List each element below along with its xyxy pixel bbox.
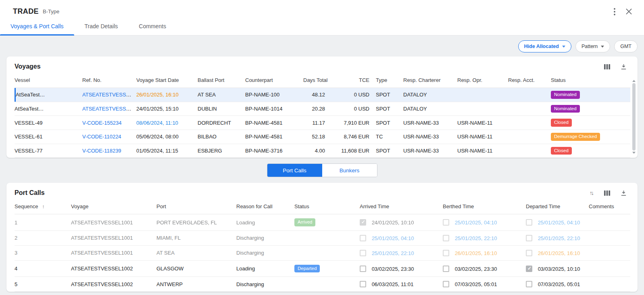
berthed-time-cell[interactable]: 07/03/2025, 05:01 (443, 277, 526, 292)
arrived-time-cell[interactable]: 03/02/2025, 23:30 (360, 260, 443, 277)
berthed-checkbox[interactable] (443, 235, 449, 241)
port-call-row[interactable]: 5 ATSEATESTVESSEL1002 ANTWERP Dischargin… (15, 277, 630, 292)
ref-no-link[interactable]: ATSEATESTVESSEL1002 (82, 92, 136, 98)
arrived-time-cell[interactable]: 24/01/2025, 10:10 (360, 214, 443, 231)
departed-checkbox[interactable] (526, 219, 532, 226)
port-call-row[interactable]: 3 ATSEATESTVESSEL1001 AT SEA Discharging… (15, 245, 630, 260)
arrived-time-cell[interactable]: 06/03/2025, 11:01 (360, 277, 443, 292)
tab-trade-details[interactable]: Trade Details (74, 22, 129, 35)
arrived-time[interactable]: 25/01/2025, 22:10 (372, 250, 414, 256)
departed-checkbox[interactable] (526, 250, 532, 256)
berthed-time[interactable]: 07/03/2025, 05:01 (455, 281, 497, 287)
ref-no-link[interactable]: V-CODE-155234 (82, 120, 122, 126)
voyage-row[interactable]: VESSEL-77 V-CODE-118239 01/05/2024, 11:1… (15, 144, 630, 158)
scroll-up-icon[interactable] (632, 80, 636, 82)
arrived-checkbox[interactable] (360, 266, 366, 272)
tab-comments[interactable]: Comments (128, 22, 177, 35)
ref-no-link[interactable]: ATSEATESTVESSEL1001 (82, 106, 136, 112)
arrived-time-cell[interactable]: 25/01/2025, 04:10 (360, 230, 443, 245)
kebab-menu-button[interactable] (614, 8, 615, 15)
col-resp-charterer[interactable]: Resp. Charterer (403, 73, 457, 88)
arrived-checkbox[interactable] (360, 250, 366, 256)
arrived-time[interactable]: 25/01/2025, 04:10 (372, 235, 414, 241)
berthed-time[interactable]: 25/01/2025, 04:10 (455, 220, 497, 226)
sort-icon[interactable]: ↑↓ (590, 190, 594, 196)
ref-no-link[interactable]: V-CODE-118239 (82, 148, 121, 154)
col-counterpart[interactable]: Counterpart (245, 73, 303, 88)
departed-time-cell[interactable]: 03/03/2025, 10:10 (526, 260, 589, 277)
col-vessel[interactable]: Vessel (15, 73, 82, 88)
departed-time-cell[interactable]: 26/01/2025, 16:10 (526, 245, 589, 260)
berthed-time-cell[interactable]: 25/01/2025, 22:10 (443, 230, 526, 245)
port-call-row[interactable]: 2 ATSEATESTVESSEL1001 MIAMI, FL Discharg… (15, 230, 630, 245)
voyage-row[interactable]: VESSEL-61 V-CODE-110224 05/06/2024, 08:0… (15, 130, 630, 144)
arrived-time[interactable]: 03/02/2025, 23:30 (372, 266, 414, 272)
voyage-row[interactable]: AtSeaTest… ATSEATESTVESSEL1001 24/01/202… (15, 102, 630, 116)
voyages-scrollbar[interactable] (631, 79, 636, 155)
col-ref-no[interactable]: Ref. No. (82, 73, 136, 88)
arrived-checkbox[interactable] (360, 219, 366, 226)
col-sequence[interactable]: Sequence ↑ (15, 199, 71, 214)
berthed-checkbox[interactable] (443, 219, 449, 226)
ref-no-link[interactable]: V-CODE-110224 (82, 134, 121, 140)
columns-icon[interactable] (604, 63, 611, 70)
col-type[interactable]: Type (376, 73, 403, 88)
col-resp-acct[interactable]: Resp. Acct. (508, 73, 551, 88)
arrived-time[interactable]: 06/03/2025, 11:01 (372, 281, 414, 287)
col-departed-time[interactable]: Departed Time (526, 199, 589, 214)
departed-time[interactable]: 03/03/2025, 10:10 (538, 266, 580, 272)
timezone-button[interactable]: GMT (614, 40, 638, 52)
berthed-time[interactable]: 03/02/2025, 23:30 (455, 266, 497, 272)
col-port[interactable]: Port (156, 199, 236, 214)
berthed-time[interactable]: 26/01/2025, 16:10 (455, 250, 497, 256)
voyage-row[interactable]: VESSEL-49 V-CODE-155234 08/06/2024, 11:1… (15, 116, 630, 130)
departed-time-cell[interactable]: 07/03/2025, 05:01 (526, 277, 589, 292)
toggle-bunkers[interactable]: Bunkers (322, 164, 377, 177)
col-days-total[interactable]: Days Total (303, 73, 331, 88)
berthed-time-cell[interactable]: 25/01/2025, 04:10 (443, 214, 526, 231)
col-ballast-port[interactable]: Ballast Port (198, 73, 245, 88)
col-tce[interactable]: TCE (331, 73, 376, 88)
departed-time-cell[interactable]: 25/01/2025, 04:10 (526, 214, 589, 231)
col-status[interactable]: Status (294, 199, 360, 214)
departed-checkbox[interactable] (526, 266, 532, 272)
berthed-time-cell[interactable]: 26/01/2025, 16:10 (443, 245, 526, 260)
col-reason-for-call[interactable]: Reason for Call (236, 199, 294, 214)
port-call-row[interactable]: 1 ATSEATESTVESSEL1001 PORT EVERGLADES, F… (15, 214, 630, 231)
arrived-time-cell[interactable]: 25/01/2025, 22:10 (360, 245, 443, 260)
departed-time[interactable]: 25/01/2025, 22:10 (538, 235, 580, 241)
voyage-row[interactable]: AtSeaTest… ATSEATESTVESSEL1002 26/01/202… (15, 88, 630, 102)
col-resp-opr[interactable]: Resp. Opr. (457, 73, 508, 88)
berthed-time-cell[interactable]: 03/02/2025, 23:30 (443, 260, 526, 277)
hide-allocated-button[interactable]: Hide Allocated (518, 40, 571, 52)
tab-voyages-port-calls[interactable]: Voyages & Port Calls (0, 22, 74, 35)
col-berthed-time[interactable]: Berthed Time (443, 199, 526, 214)
col-status[interactable]: Status (551, 73, 630, 88)
berthed-checkbox[interactable] (443, 266, 449, 272)
berthed-checkbox[interactable] (443, 250, 449, 256)
scrollbar-thumb[interactable] (632, 83, 636, 151)
departed-time[interactable]: 25/01/2025, 04:10 (538, 220, 580, 226)
pattern-button[interactable]: Pattern (575, 40, 610, 52)
arrived-checkbox[interactable] (360, 235, 366, 241)
departed-time[interactable]: 26/01/2025, 16:10 (538, 250, 580, 256)
departed-time-cell[interactable]: 25/01/2025, 22:10 (526, 230, 589, 245)
close-button[interactable] (626, 8, 632, 15)
col-voyage-start-date[interactable]: Voyage Start Date (136, 73, 198, 88)
download-icon[interactable] (620, 63, 627, 70)
berthed-checkbox[interactable] (443, 281, 449, 287)
col-arrived-time[interactable]: Arrived Time (360, 199, 443, 214)
arrived-checkbox[interactable] (360, 281, 366, 287)
departed-checkbox[interactable] (526, 281, 532, 287)
download-icon[interactable] (620, 190, 627, 197)
arrived-time[interactable]: 24/01/2025, 10:10 (372, 220, 414, 226)
departed-checkbox[interactable] (526, 235, 532, 241)
port-call-row[interactable]: 4 ATSEATESTVESSEL1002 GLASGOW Loading De… (15, 260, 630, 277)
toggle-port-calls[interactable]: Port Calls (267, 164, 322, 177)
departed-time[interactable]: 07/03/2025, 05:01 (538, 281, 580, 287)
berthed-time[interactable]: 25/01/2025, 22:10 (455, 235, 497, 241)
scroll-down-icon[interactable] (632, 152, 636, 154)
col-comments[interactable]: Comments (589, 199, 630, 214)
col-voyage[interactable]: Voyage (71, 199, 156, 214)
columns-icon[interactable] (604, 190, 611, 197)
